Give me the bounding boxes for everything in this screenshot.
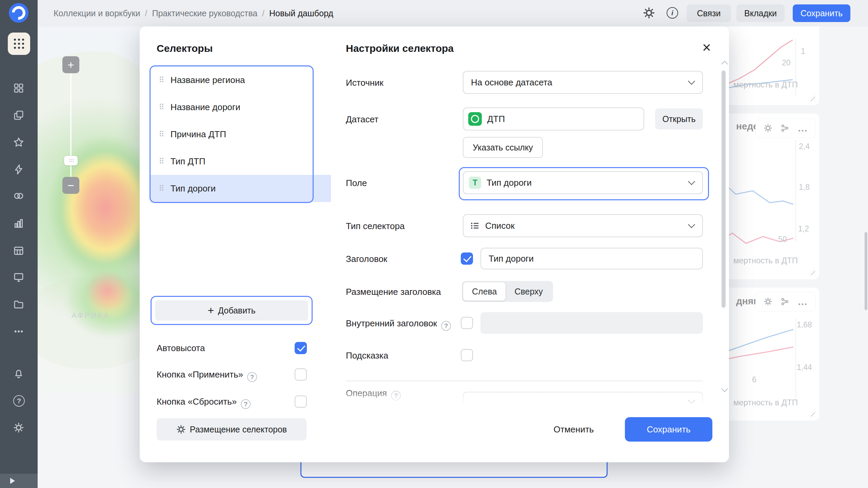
- selector-list-item-selected[interactable]: ⠿ Тип дороги: [151, 175, 331, 202]
- reset-button-checkbox[interactable]: [295, 395, 307, 408]
- source-select[interactable]: На основе датасета: [463, 71, 703, 94]
- selector-list-item[interactable]: ⠿ Тип ДТП: [151, 148, 313, 175]
- folder-icon[interactable]: [13, 299, 24, 310]
- gear-icon[interactable]: [643, 7, 655, 19]
- plus-icon: +: [208, 305, 214, 316]
- hint-label: Подсказка: [346, 350, 388, 361]
- inner-title-input: [480, 312, 703, 334]
- overlapping-circles-icon[interactable]: [13, 190, 24, 201]
- bar-chart-icon[interactable]: [13, 218, 24, 229]
- scroll-up-icon[interactable]: [721, 61, 728, 67]
- breadcrumb-current-dashboard: Новый дашборд: [269, 8, 333, 18]
- relations-button[interactable]: Связи: [687, 4, 731, 22]
- sidebar: ?: [0, 0, 38, 488]
- expand-arrow-icon[interactable]: [10, 478, 15, 484]
- add-selector-outline: + Добавить: [151, 296, 313, 325]
- sidebar-footer-strip: [0, 474, 38, 488]
- selector-list-item[interactable]: ⠿ Название региона: [151, 66, 313, 94]
- bell-icon[interactable]: [13, 368, 24, 379]
- add-selector-button[interactable]: + Добавить: [155, 300, 308, 321]
- scroll-fade: [323, 384, 729, 406]
- screen: + ⠿ − АФРИКА 1 20 мертность в ДТП недел …: [0, 0, 868, 488]
- selector-settings-modal: Селекторы ⠿ Название региона ⠿ Название …: [140, 26, 729, 462]
- specify-link-button[interactable]: Указать ссылку: [463, 137, 543, 158]
- autoheight-checkbox[interactable]: [295, 342, 307, 354]
- info-icon[interactable]: i: [667, 7, 678, 19]
- placement-option-left[interactable]: Слева: [463, 282, 506, 301]
- logo-swirl-icon: [9, 3, 28, 22]
- breadcrumb-collections[interactable]: Коллекции и воркбуки: [54, 8, 140, 18]
- source-value: На основе датасета: [471, 77, 552, 88]
- question-icon[interactable]: ?: [241, 399, 251, 409]
- drag-handle-icon[interactable]: ⠿: [159, 130, 164, 138]
- selector-list-item[interactable]: ⠿ Причина ДТП: [151, 121, 313, 148]
- star-icon[interactable]: [13, 137, 24, 148]
- close-icon[interactable]: ×: [698, 39, 715, 56]
- table-icon[interactable]: [13, 245, 24, 256]
- open-dataset-button[interactable]: Открыть: [655, 108, 703, 129]
- drag-handle-icon[interactable]: ⠿: [159, 76, 164, 84]
- gear-icon: [176, 425, 186, 434]
- header-save-button[interactable]: Сохранить: [793, 4, 850, 22]
- field-value: Тип дороги: [487, 178, 532, 188]
- apply-button-checkbox[interactable]: [295, 368, 307, 381]
- question-icon[interactable]: ?: [441, 321, 451, 331]
- field-select[interactable]: T Тип дороги: [463, 171, 703, 194]
- inner-title-checkbox[interactable]: [461, 317, 473, 329]
- placement-option-top[interactable]: Сверху: [506, 282, 552, 301]
- question-icon[interactable]: ?: [13, 395, 25, 407]
- breadcrumb-workbook[interactable]: Практические руководства: [152, 8, 257, 18]
- title-placement-segmented: Слева Сверху: [462, 281, 553, 302]
- apps-grid-icon: [14, 39, 24, 49]
- selectors-panel: Селекторы ⠿ Название региона ⠿ Название …: [140, 26, 323, 462]
- settings-panel: Настройки селектора × Источник На основе…: [323, 26, 729, 462]
- selector-item-label: Название региона: [171, 75, 245, 85]
- cancel-button[interactable]: Отменить: [545, 418, 603, 441]
- drag-handle-icon[interactable]: ⠿: [159, 185, 164, 192]
- field-label: Поле: [346, 178, 367, 189]
- gear-icon[interactable]: [13, 422, 24, 433]
- sidebar-active-tab[interactable]: [8, 33, 30, 55]
- dataset-icon: [468, 112, 482, 126]
- app-logo[interactable]: [9, 3, 28, 23]
- selector-list-item[interactable]: ⠿ Название дороги: [151, 94, 313, 121]
- lightning-icon[interactable]: [13, 164, 24, 175]
- source-label: Источник: [346, 77, 383, 88]
- list-icon: [470, 221, 480, 231]
- title-input[interactable]: [480, 248, 703, 269]
- selectors-placement-button[interactable]: Размещение селекторов: [157, 418, 307, 441]
- top-bar: Коллекции и воркбуки / Практические руко…: [0, 0, 868, 26]
- field-type-icon: T: [469, 177, 481, 189]
- breadcrumb-separator: /: [262, 8, 264, 18]
- chevron-down-icon: [688, 221, 695, 228]
- squares-grid-icon[interactable]: [13, 83, 24, 94]
- section-divider: [346, 381, 703, 381]
- copy-layers-icon[interactable]: [13, 110, 24, 121]
- selector-list: ⠿ Название региона ⠿ Название дороги ⠿ П…: [151, 66, 313, 202]
- selector-item-label: Тип дороги: [171, 183, 216, 194]
- drag-handle-icon[interactable]: ⠿: [159, 158, 164, 165]
- ellipsis-icon[interactable]: [13, 326, 24, 337]
- title-placement-label: Размещение заголовка: [346, 286, 441, 298]
- hint-checkbox[interactable]: [461, 349, 473, 361]
- monitor-icon[interactable]: [13, 272, 24, 283]
- chevron-down-icon: [688, 78, 695, 85]
- dataset-label: Датасет: [346, 114, 378, 125]
- selector-item-label: Название дороги: [171, 102, 240, 113]
- autoheight-label: Автовысота: [157, 343, 205, 354]
- save-button[interactable]: Сохранить: [625, 417, 712, 442]
- breadcrumb: Коллекции и воркбуки / Практические руко…: [54, 0, 333, 26]
- question-icon[interactable]: ?: [247, 372, 257, 382]
- page-scrollbar-thumb[interactable]: [865, 232, 867, 310]
- modal-scrollbar-thumb[interactable]: [722, 70, 726, 308]
- dataset-value: ДТП: [487, 114, 505, 124]
- selectors-panel-title: Селекторы: [157, 43, 213, 54]
- tabs-button[interactable]: Вкладки: [736, 4, 785, 22]
- drag-handle-icon[interactable]: ⠿: [159, 103, 164, 111]
- chevron-down-icon: [688, 178, 695, 185]
- selector-type-select[interactable]: Список: [463, 214, 703, 237]
- selector-type-label: Тип селектора: [346, 221, 405, 232]
- title-label: Заголовок: [346, 253, 387, 265]
- title-checkbox[interactable]: [461, 252, 473, 265]
- dataset-field[interactable]: ДТП: [463, 107, 644, 130]
